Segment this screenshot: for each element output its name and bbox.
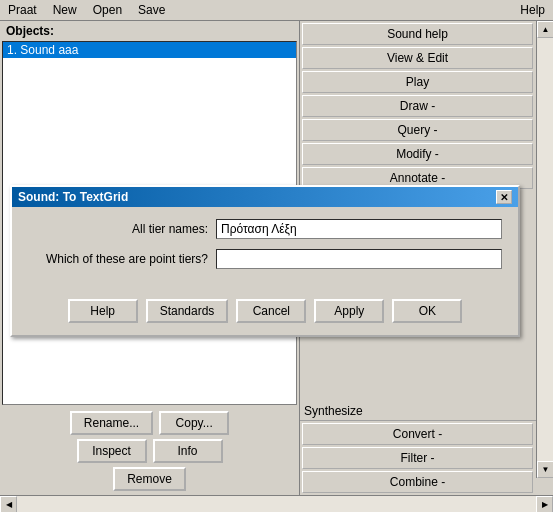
dialog-to-textgrid: Sound: To TextGrid ✕ All tier names: Whi… bbox=[10, 185, 520, 337]
dialog-title: Sound: To TextGrid bbox=[18, 190, 128, 204]
dialog-buttons: Help Standards Cancel Apply OK bbox=[12, 291, 518, 335]
dialog-overlay: Sound: To TextGrid ✕ All tier names: Whi… bbox=[0, 0, 553, 512]
dialog-help-button[interactable]: Help bbox=[68, 299, 138, 323]
tier-names-label: All tier names: bbox=[28, 222, 208, 236]
dialog-standards-button[interactable]: Standards bbox=[146, 299, 229, 323]
dialog-titlebar: Sound: To TextGrid ✕ bbox=[12, 187, 518, 207]
dialog-apply-button[interactable]: Apply bbox=[314, 299, 384, 323]
dialog-content: All tier names: Which of these are point… bbox=[12, 207, 518, 291]
form-row-point-tiers: Which of these are point tiers? bbox=[28, 249, 502, 269]
form-row-tier-names: All tier names: bbox=[28, 219, 502, 239]
dialog-cancel-button[interactable]: Cancel bbox=[236, 299, 306, 323]
point-tiers-input[interactable] bbox=[216, 249, 502, 269]
dialog-close-button[interactable]: ✕ bbox=[496, 190, 512, 204]
dialog-ok-button[interactable]: OK bbox=[392, 299, 462, 323]
point-tiers-label: Which of these are point tiers? bbox=[28, 252, 208, 266]
tier-names-input[interactable] bbox=[216, 219, 502, 239]
